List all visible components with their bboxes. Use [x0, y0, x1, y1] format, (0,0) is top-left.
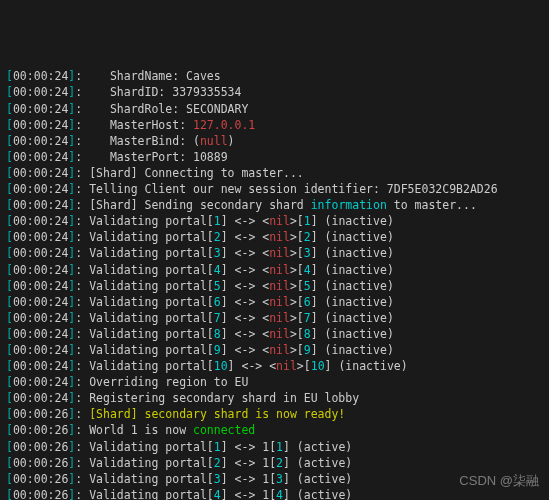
portal-active: [00:00:26]: Validating portal[2] <-> 1[2… [6, 455, 543, 471]
portal-inactive: [00:00:24]: Validating portal[2] <-> <ni… [6, 229, 543, 245]
cfg-masterhost: [00:00:24]: MasterHost: 127.0.0.1 [6, 117, 543, 133]
msg-sending: [00:00:24]: [Shard] Sending secondary sh… [6, 197, 543, 213]
portal-inactive: [00:00:24]: Validating portal[6] <-> <ni… [6, 294, 543, 310]
msg-shard-ready: [00:00:26]: [Shard] secondary shard is n… [6, 406, 543, 422]
portal-inactive: [00:00:24]: Validating portal[10] <-> <n… [6, 358, 543, 374]
cfg-shardid: [00:00:24]: ShardID: 3379335534 [6, 84, 543, 100]
msg-world-connected: [00:00:26]: World 1 is now connected [6, 422, 543, 438]
msg-registering: [00:00:24]: Registering secondary shard … [6, 390, 543, 406]
cfg-shardrole: [00:00:24]: ShardRole: SECONDARY [6, 101, 543, 117]
portal-active: [00:00:26]: Validating portal[1] <-> 1[1… [6, 439, 543, 455]
cfg-masterbind: [00:00:24]: MasterBind: (null) [6, 133, 543, 149]
cfg-masterport: [00:00:24]: MasterPort: 10889 [6, 149, 543, 165]
msg-override: [00:00:24]: Overriding region to EU [6, 374, 543, 390]
msg-connecting: [00:00:24]: [Shard] Connecting to master… [6, 165, 543, 181]
portal-inactive: [00:00:24]: Validating portal[1] <-> <ni… [6, 213, 543, 229]
portal-inactive: [00:00:24]: Validating portal[8] <-> <ni… [6, 326, 543, 342]
watermark: CSDN @柒融 [459, 472, 539, 490]
portal-inactive: [00:00:24]: Validating portal[3] <-> <ni… [6, 245, 543, 261]
console-log: [00:00:24]: ShardName: Caves[00:00:24]: … [6, 68, 543, 500]
portal-inactive: [00:00:24]: Validating portal[9] <-> <ni… [6, 342, 543, 358]
portal-inactive: [00:00:24]: Validating portal[7] <-> <ni… [6, 310, 543, 326]
portal-inactive: [00:00:24]: Validating portal[5] <-> <ni… [6, 278, 543, 294]
msg-session: [00:00:24]: Telling Client our new sessi… [6, 181, 543, 197]
cfg-shardname: [00:00:24]: ShardName: Caves [6, 68, 543, 84]
portal-inactive: [00:00:24]: Validating portal[4] <-> <ni… [6, 262, 543, 278]
